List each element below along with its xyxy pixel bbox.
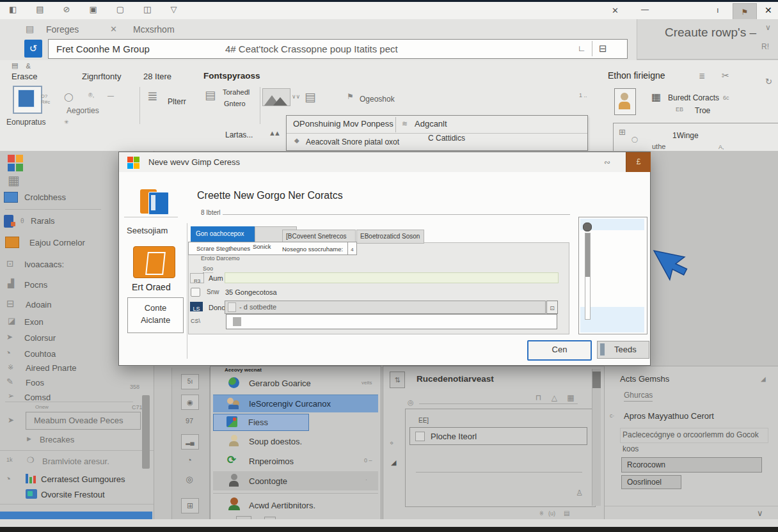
scissors-icon[interactable]: ✂ xyxy=(722,70,729,81)
dialog-listbox[interactable] xyxy=(578,217,647,334)
flag-button[interactable]: ⚑ xyxy=(733,3,757,20)
row2-checkbox[interactable] xyxy=(191,288,200,297)
row1-input[interactable] xyxy=(225,272,559,283)
tab-3[interactable]: EBoetrozaticd Soson xyxy=(356,230,424,244)
minimize-icon[interactable]: — xyxy=(641,5,649,14)
dd-row2b-label[interactable]: C Cattidics xyxy=(428,134,465,143)
close-window-icon[interactable]: ✕ xyxy=(765,5,772,15)
folder-icon[interactable]: ▤ xyxy=(36,4,44,14)
panel-icon[interactable]: ◫ xyxy=(143,4,151,14)
info-icon[interactable]: ⊘ xyxy=(63,4,70,14)
sync-icon[interactable]: ⇅ xyxy=(390,372,405,388)
tab-mcxsrhom[interactable]: Mcxsrhom xyxy=(133,24,175,35)
ok-button[interactable]: Cen xyxy=(527,340,592,361)
circle-icon[interactable]: ◯ xyxy=(64,92,74,102)
listbox-scroll-track[interactable] xyxy=(585,233,591,320)
office-logo-icon[interactable] xyxy=(8,155,24,173)
ribbon-tab-itere[interactable]: 28 Itere xyxy=(143,72,171,81)
tools-button[interactable]: Teeds xyxy=(597,341,649,359)
chevron-down-icon[interactable]: ∨ xyxy=(757,508,763,518)
office-tile-icon[interactable] xyxy=(133,246,175,278)
ribbon-tab-erasce[interactable]: Erasce xyxy=(12,72,37,81)
menu-item-coontogte[interactable]: Coontogte · xyxy=(213,471,378,490)
aegorties-label[interactable]: Aegorties xyxy=(67,106,99,115)
rail-item-3[interactable]: ▂▄ xyxy=(181,434,199,450)
help-icon[interactable]: ∾ xyxy=(604,158,610,167)
subtab-row[interactable]: Scrare Stegtheunes Sonick Nosegno ssocru… xyxy=(188,242,357,255)
back-button[interactable]: ↺ xyxy=(24,40,42,58)
contact-card-icon[interactable] xyxy=(614,88,636,115)
folder-tab-icon[interactable]: ▤ xyxy=(26,24,34,34)
rail-item-1[interactable]: ◉ xyxy=(181,395,199,410)
rail-item-5[interactable]: ◎ xyxy=(181,473,198,487)
grid-large-icon[interactable]: ▦ xyxy=(8,173,20,188)
redo-icon[interactable]: ↻ xyxy=(765,77,772,86)
sidebar-item-bramlviote[interactable]: 1k ❍ Bramlviote aresur. xyxy=(0,454,147,471)
sidebar-item-comsd[interactable]: ➢ Comsd xyxy=(0,391,147,406)
grid-icon[interactable]: ≣ xyxy=(699,72,705,81)
window-icon[interactable]: ▢ xyxy=(116,4,124,14)
list-icon[interactable]: ▤ xyxy=(305,90,316,104)
rail-item-0[interactable]: 5ı xyxy=(181,374,199,389)
ghurcas-link[interactable]: Ghurcas xyxy=(624,391,653,402)
rules-icon[interactable]: R! xyxy=(761,42,769,51)
toolbar-icons[interactable]: ⊓ △ ▦ xyxy=(536,393,578,402)
pin-icon[interactable]: ı xyxy=(717,5,719,15)
key-icon[interactable]: & xyxy=(26,62,30,70)
dd-row1b-label[interactable]: Adgcanlt xyxy=(415,119,447,129)
rail-item-6[interactable]: ⊞ xyxy=(181,498,199,513)
troe-label[interactable]: Troe xyxy=(695,106,710,115)
mountains-icon[interactable] xyxy=(262,88,290,106)
list-lines-icon[interactable]: ≣ xyxy=(147,88,158,104)
dialog-close-button[interactable]: £ xyxy=(626,152,651,172)
menu-item-soup[interactable]: Soup doestos. xyxy=(213,433,378,450)
plterr-label[interactable]: Plterr xyxy=(168,97,186,106)
create-group-label[interactable]: Creaute rowp's – xyxy=(665,26,756,40)
torahedl-label[interactable]: Torahedl xyxy=(223,88,250,96)
field-box[interactable]: Ploche Iteorl xyxy=(409,427,587,445)
rcorocown-button[interactable]: Rcorocown xyxy=(621,457,762,473)
sidebar-item-groups[interactable]: ◔ Cerratesct Gumgoures xyxy=(0,472,147,489)
buredt-label[interactable]: Buredt Coracts xyxy=(668,93,719,102)
dialog-titlebar[interactable]: Neve wevv Gimp Ceress ∾ £ xyxy=(119,152,650,173)
ogeoshok-label[interactable]: Ogeoshok xyxy=(360,95,395,104)
sidebar-scrollbar[interactable] xyxy=(142,395,150,469)
row3-side-button[interactable]: ⊡ xyxy=(546,301,558,314)
app-icon[interactable]: ◧ xyxy=(9,4,17,14)
middle-scrollbar-track[interactable] xyxy=(592,369,601,506)
tab-active[interactable]: Gon oachocepox xyxy=(191,226,255,242)
winge-label[interactable]: 1Winge xyxy=(672,131,699,140)
menu-item-acwd[interactable]: Acwd Aertibnitors. xyxy=(213,493,378,514)
oosrlinoel-button[interactable]: Oosrlinoel xyxy=(621,475,681,489)
rail-item-2[interactable]: 97 xyxy=(181,414,198,428)
row3-input[interactable]: - d sotbedte xyxy=(225,301,546,314)
row4-input[interactable] xyxy=(226,314,557,329)
listbox-knob[interactable] xyxy=(583,223,592,231)
ribbon-tab-ethon[interactable]: Ethon firieigne xyxy=(608,70,665,81)
menu-item-iesorcengiv[interactable]: IeSorcengiv Curcanox xyxy=(213,395,378,412)
menu-item-fiess[interactable]: Fiess xyxy=(213,414,309,431)
lartas-label[interactable]: Lartas... xyxy=(225,130,253,139)
doc-icon[interactable]: ▣ xyxy=(90,4,97,14)
menu-item-rnperoimos[interactable]: ⟳ Rnperoimos 0 – xyxy=(213,452,378,470)
sidebar-item-foos[interactable]: ✎ Foos xyxy=(0,376,147,391)
split-view-icon[interactable]: ⊟ xyxy=(599,43,607,54)
tab-close-icon[interactable]: ✕ xyxy=(110,24,117,34)
close-tab-icon[interactable]: ✕ xyxy=(612,6,619,15)
chevron-down-icon[interactable]: ∨ xyxy=(765,23,771,32)
ribbon-tab-fontspyraoss[interactable]: Fontspyraoss xyxy=(203,71,260,81)
filter-icon[interactable]: ▽ xyxy=(170,4,177,14)
listbox-scroll-thumb[interactable] xyxy=(585,233,590,277)
grid2-icon[interactable]: ▦ xyxy=(651,91,661,103)
sidebar-item-restout[interactable]: Ovorsite Frestout xyxy=(0,487,147,504)
table-icon[interactable]: ▤ xyxy=(205,88,216,102)
sidebar-item-brecakes[interactable]: ► Brecakes xyxy=(0,434,147,449)
middle-scrollbar-thumb[interactable] xyxy=(592,372,601,388)
menu-item-gerarob[interactable]: Gerarob Goarice veits xyxy=(213,375,378,393)
copy-icon[interactable]: ⊞ xyxy=(619,127,626,137)
new-folder-box[interactable]: Meabum Oveade Peces xyxy=(26,412,141,430)
corner-icon[interactable]: ∟ xyxy=(578,43,586,53)
dd-row2-label[interactable]: Aeacovalt Snore piatal oxot xyxy=(306,137,399,146)
ribbon-tab-zignrftonty[interactable]: Zignrftonty xyxy=(82,72,121,81)
page-icon[interactable]: ▤ xyxy=(12,61,18,70)
